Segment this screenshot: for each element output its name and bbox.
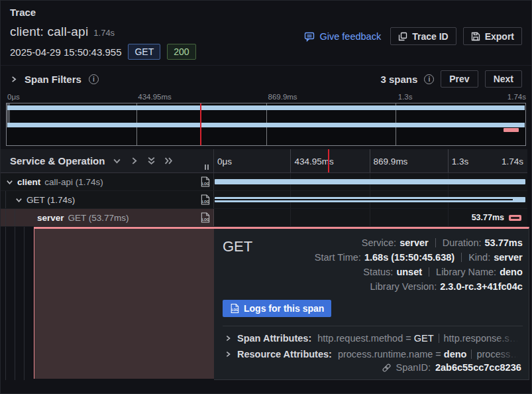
span-attributes-toggle[interactable]: Span Attributes: http.request.method=GET…: [223, 330, 523, 346]
field-label: Service:: [362, 237, 396, 248]
span-detail-title: GET: [223, 235, 252, 293]
link-icon[interactable]: [382, 363, 392, 373]
field-value: unset: [396, 267, 422, 277]
svg-text:LOG: LOG: [232, 308, 239, 312]
span-attributes-preview: http.request.method=GEThttp.response.s…: [317, 333, 523, 344]
log-icon: LOG: [230, 303, 239, 314]
field-value: 53.77ms: [485, 237, 523, 248]
next-span-button[interactable]: Next: [485, 70, 522, 88]
span-operation: GET (53.77ms): [68, 213, 129, 223]
span-bar-get[interactable]: [215, 197, 525, 202]
svg-text:LOG: LOG: [202, 182, 209, 186]
field-value: 2.3.0-rc.3+41fc04c: [440, 281, 523, 292]
chevron-down-icon[interactable]: [6, 178, 13, 186]
indent-guide: [15, 227, 15, 380]
axis-gridline: [290, 149, 291, 172]
save-icon: [471, 32, 480, 41]
span-row-client[interactable]: client call-api (1.74s) LOG: [1, 173, 527, 191]
chevron-right-icon[interactable]: [130, 157, 138, 165]
field-value: 1.68s (15:50:45.638): [364, 252, 454, 263]
span-id-footer: SpanID: 2ab6c55cc7cc8236: [223, 362, 523, 373]
axis-gridline: [370, 149, 370, 172]
minimap-tick: 0μs: [7, 93, 20, 101]
chevron-down-icon[interactable]: [15, 196, 23, 204]
span-filters-toggle[interactable]: Span Filters i: [10, 74, 99, 85]
trace-id-button[interactable]: Trace ID: [390, 27, 456, 45]
divider: [223, 326, 523, 326]
info-icon[interactable]: i: [424, 74, 434, 84]
axis-tick: 0μs: [217, 156, 232, 166]
indent-guide: [5, 191, 6, 208]
trace-timestamp: 2025-04-29 15:50:43.955: [10, 46, 121, 58]
double-chevron-down-icon[interactable]: [147, 157, 156, 165]
axis-gridline: [448, 149, 449, 172]
field-label: Duration:: [443, 237, 482, 248]
svg-text:LOG: LOG: [202, 200, 209, 204]
span-operation: GET (1.74s): [27, 195, 75, 205]
chevron-right-icon: [225, 335, 231, 342]
trace-name: client: call-api: [10, 25, 88, 39]
give-feedback-link[interactable]: Give feedback: [304, 31, 381, 42]
grip-icon[interactable]: [205, 164, 209, 170]
export-button[interactable]: Export: [463, 27, 522, 45]
span-count: 3 spans: [380, 74, 417, 85]
minimap-span-bar-server: [504, 128, 519, 132]
span-bar-client[interactable]: [215, 179, 525, 184]
log-icon[interactable]: LOG: [200, 212, 210, 224]
span-service: client: [17, 177, 40, 187]
field-value: server: [494, 252, 523, 263]
field-value: server: [399, 237, 429, 248]
table-header: Service & Operation: [1, 149, 527, 173]
minimap-cursor-line: [200, 103, 201, 145]
span-id-label: SpanID:: [396, 362, 431, 373]
service-operation-header: Service & Operation: [10, 155, 105, 166]
span-detail-row: GET Service:server Duration:53.77ms Star…: [1, 227, 527, 380]
field-label: Library Version:: [370, 281, 437, 292]
span-service: server: [37, 213, 64, 223]
chevron-down-icon[interactable]: [113, 157, 121, 165]
indent-guide: [15, 209, 15, 226]
comment-icon: [304, 31, 315, 42]
axis-tick: 1.74s: [502, 156, 523, 166]
prev-span-button[interactable]: Prev: [441, 70, 478, 88]
copy-icon: [398, 32, 407, 41]
panel-title: Trace: [1, 1, 531, 19]
minimap-tick: 869.9ms: [268, 93, 297, 101]
axis-cursor-line: [328, 149, 329, 172]
minimap-span-bar-client: [7, 105, 525, 110]
field-value: deno: [500, 267, 523, 277]
indent-guide: [5, 227, 6, 380]
chevron-right-icon: [225, 351, 231, 358]
svg-text:LOG: LOG: [202, 218, 209, 222]
method-badge: GET: [128, 44, 160, 60]
log-icon[interactable]: LOG: [200, 176, 210, 188]
axis-tick: 869.9ms: [374, 156, 408, 166]
resource-attributes-toggle[interactable]: Resource Attributes: process.runtime.nam…: [223, 346, 523, 362]
axis-tick: 1.3s: [452, 156, 469, 166]
info-icon[interactable]: i: [89, 74, 99, 84]
span-row-get[interactable]: GET (1.74s) LOG: [1, 191, 527, 209]
field-label: Library Name:: [436, 267, 496, 277]
log-icon[interactable]: LOG: [200, 194, 210, 206]
timeline-minimap[interactable]: [6, 103, 526, 146]
minimap-tick-labels: 0μs 434.95ms 869.9ms 1.3s 1.74s: [6, 93, 526, 103]
resource-attributes-label: Resource Attributes:: [237, 349, 332, 360]
status-badge: 200: [167, 44, 195, 60]
indent-guide: [5, 209, 6, 226]
trace-panel: Trace client: call-api 1.74s 2025-04-29 …: [0, 0, 532, 394]
minimap-tick: 434.95ms: [138, 93, 172, 101]
span-detail-panel: GET Service:server Duration:53.77ms Star…: [214, 227, 529, 380]
span-row-server[interactable]: server GET (53.77ms) LOG 53.77ms: [1, 209, 527, 227]
span-id-value[interactable]: 2ab6c55cc7cc8236: [435, 362, 521, 373]
selected-span-highlight: [34, 227, 214, 379]
minimap-tick: 1.3s: [398, 93, 413, 101]
span-filters-label: Span Filters: [25, 74, 81, 85]
minimap-tick: 1.74s: [507, 93, 526, 101]
double-chevron-right-icon[interactable]: [164, 157, 173, 165]
resource-attributes-preview: process.runtime.name=denoprocess….: [338, 349, 523, 360]
span-bar-server[interactable]: [509, 215, 521, 221]
span-duration-label: 53.77ms: [472, 213, 504, 222]
logs-for-span-button[interactable]: LOG Logs for this span: [223, 300, 331, 317]
indent-guide: [24, 227, 25, 380]
span-attributes-label: Span Attributes:: [237, 333, 311, 344]
